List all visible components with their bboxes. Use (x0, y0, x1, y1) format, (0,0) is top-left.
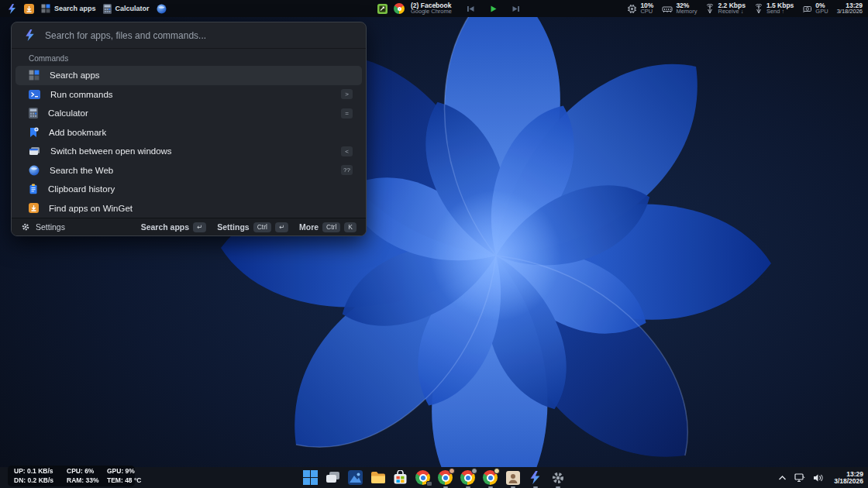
store-icon (393, 470, 408, 485)
overlay-dn: DN: 0.2 KB/s (14, 476, 67, 485)
palette-footer: Settings Search apps ↵ Settings Ctrl ↵ M… (12, 218, 366, 235)
memory-label: Memory (676, 9, 697, 15)
cpu-icon (627, 4, 637, 14)
topbar-search-apps-label: Search apps (54, 5, 96, 12)
topbar-search-apps-button[interactable]: Search apps (41, 4, 96, 13)
palette-search-input[interactable] (45, 30, 353, 41)
media-previous-button[interactable] (467, 5, 475, 13)
profile-avatar-badge (471, 468, 477, 474)
volume-tray-button[interactable] (812, 473, 825, 483)
calculator-icon (29, 108, 38, 119)
topbar-calculator-label: Calculator (115, 5, 150, 12)
powertoys-icon[interactable] (7, 4, 17, 14)
settings-app-button[interactable] (549, 469, 566, 486)
gpu-label: GPU (815, 9, 828, 15)
chrome-profile-1-button[interactable] (437, 469, 453, 486)
command-palette: Commands Search apps Run commands > Calc… (11, 22, 367, 236)
file-explorer-button[interactable] (370, 469, 386, 486)
palette-item-clipboard-history[interactable]: Clipboard history (16, 180, 362, 199)
send-stat: 1.5 Kbps Send ↑ (754, 2, 794, 15)
switch-windows-icon (29, 146, 40, 156)
gear-icon (551, 471, 565, 485)
topbar-clock-date: 3/18/2026 (837, 9, 863, 15)
palette-item-winget[interactable]: Find apps on WinGet (16, 199, 362, 218)
overlay-tem: TEM: 48 °C (107, 476, 141, 485)
desktop: Search apps Calculator (2) Facebook Goo (0, 0, 868, 488)
chevron-up-icon (778, 475, 787, 481)
palette-command-list: Search apps Run commands > Calculator = (12, 66, 366, 218)
photos-icon (348, 470, 363, 485)
ctrl-key-badge: Ctrl (253, 222, 271, 232)
powertoys-button[interactable] (527, 469, 543, 486)
start-button[interactable] (302, 469, 319, 486)
system-tray: 13:29 3/18/2026 (777, 467, 863, 488)
gpu-stat: 0% GPU (802, 2, 828, 15)
profile-avatar-badge (449, 468, 455, 474)
chrome-icon[interactable] (394, 3, 405, 14)
web-search-globe-icon (29, 165, 40, 176)
run-commands-key-badge: > (341, 89, 353, 99)
antenna-send-icon (754, 4, 763, 14)
clipboard-icon (29, 184, 38, 194)
search-web-key-badge: ?? (341, 165, 353, 175)
tray-clock[interactable]: 13:29 3/18/2026 (834, 471, 863, 485)
chrome-profile-2-button[interactable] (460, 469, 476, 486)
media-play-button[interactable] (489, 5, 498, 13)
palette-search-row (12, 22, 366, 49)
palette-bolt-icon (24, 29, 36, 41)
receive-stat: 2.2 Kbps Receive ↓ (705, 2, 745, 15)
palette-item-search-web[interactable]: Search the Web ?? (16, 161, 362, 180)
hint-more[interactable]: More Ctrl K (299, 222, 356, 232)
gear-icon (21, 222, 30, 232)
calculator-key-badge: = (341, 108, 353, 119)
powertoys-bolt-icon (529, 471, 542, 484)
apps-grid-icon (41, 4, 50, 13)
tray-date: 3/18/2026 (834, 478, 863, 485)
winget-icon (29, 203, 39, 213)
topbar-clock: 13:29 3/18/2026 (837, 2, 863, 15)
palette-section-label: Commands (12, 49, 366, 66)
stats-overlay: UP: 0.1 KB/s CPU: 6% GPU: 9% DN: 0.2 KB/… (8, 466, 135, 486)
palette-item-run-commands[interactable]: Run commands > (16, 85, 362, 105)
folder-icon (370, 471, 386, 484)
microsoft-store-button[interactable] (392, 469, 408, 486)
chrome-profile-3-button[interactable] (482, 469, 498, 486)
run-commands-icon (29, 90, 40, 99)
media-next-button[interactable] (512, 5, 520, 13)
palette-item-calculator[interactable]: Calculator = (16, 104, 362, 123)
topbar-calculator-button[interactable]: Calculator (103, 4, 150, 14)
overlay-ram: RAM: 33% (67, 476, 107, 485)
palette-item-add-bookmark[interactable]: Add bookmark (16, 123, 362, 143)
memory-stat: 32% Memory (662, 2, 697, 15)
palette-item-switch-windows[interactable]: Switch between open windows < (16, 142, 362, 161)
speaker-icon (813, 473, 824, 483)
palette-item-search-apps[interactable]: Search apps (16, 66, 362, 85)
winget-icon[interactable] (24, 4, 34, 14)
hint-search-apps[interactable]: Search apps ↵ (141, 222, 207, 232)
web-search-globe-icon[interactable] (157, 4, 167, 14)
hint-settings[interactable]: Settings Ctrl ↵ (217, 222, 288, 232)
chrome-shortcut-badge (426, 481, 432, 486)
app-icon-green[interactable] (377, 4, 388, 14)
windows-logo-icon (303, 470, 318, 485)
avatar-app-button[interactable] (505, 469, 521, 486)
media-subtitle: Google Chrome (411, 9, 452, 15)
apps-grid-icon (29, 70, 40, 81)
switch-windows-key-badge: < (341, 146, 353, 156)
calculator-icon (103, 4, 112, 14)
enter-key-badge: ↵ (275, 222, 288, 232)
cpu-stat: 10% CPU (627, 2, 653, 15)
chrome-button[interactable] (415, 469, 431, 486)
palette-settings-button[interactable]: Settings (21, 222, 65, 232)
network-tray-button[interactable] (794, 473, 806, 483)
cpu-label: CPU (640, 9, 653, 15)
send-label: Send ↑ (766, 9, 794, 15)
task-view-button[interactable] (325, 469, 341, 486)
tray-chevron-button[interactable] (777, 473, 787, 483)
overlay-up: UP: 0.1 KB/s (14, 467, 67, 476)
avatar-app-icon (506, 471, 520, 485)
profile-avatar-badge (494, 468, 500, 474)
photos-app-button[interactable] (347, 469, 363, 486)
k-key-badge: K (344, 222, 356, 232)
memory-icon (662, 4, 673, 14)
